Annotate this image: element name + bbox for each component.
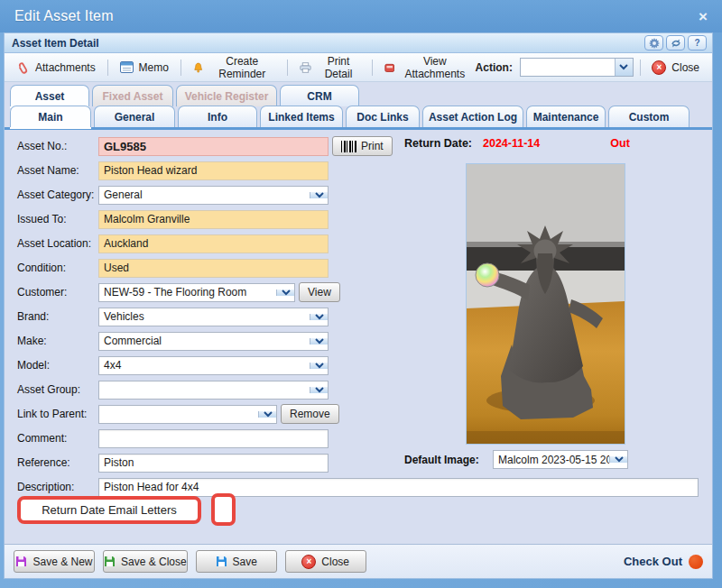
memo-icon <box>120 61 134 73</box>
brand-select[interactable]: Vehicles <box>98 308 329 326</box>
link-to-parent-select[interactable] <box>98 405 277 424</box>
condition-input[interactable]: Used <box>98 259 329 278</box>
toolbar-separator <box>107 60 108 76</box>
comment-input[interactable] <box>98 429 329 448</box>
edit-asset-item-dialog: Edit Asset Item × Asset Item Detail ? At… <box>0 0 722 588</box>
panel-title: Asset Item Detail <box>12 37 99 50</box>
tab-info[interactable]: Info <box>178 106 257 127</box>
red-highlight-box[interactable] <box>211 493 236 526</box>
return-date-row: Return Date: 2024-11-14 Out <box>404 137 630 150</box>
close-icon: × <box>652 60 666 75</box>
main-tab-bar: Asset Fixed Asset Vehicle Register CRM <box>5 82 712 106</box>
chevron-down-icon[interactable] <box>310 387 328 393</box>
save-new-icon <box>15 556 27 567</box>
help-button[interactable]: ? <box>688 35 707 51</box>
model-select[interactable]: 4x4 <box>98 356 329 375</box>
chevron-down-icon[interactable] <box>609 456 627 463</box>
chevron-down-icon[interactable] <box>310 314 328 320</box>
settings-button[interactable] <box>644 35 663 51</box>
save-button[interactable]: Save <box>196 550 277 573</box>
return-date-label: Return Date: <box>404 137 472 150</box>
description-input[interactable]: Piston Head for 4x4 <box>98 478 699 497</box>
view-customer-button[interactable]: View <box>299 282 340 302</box>
memo-button[interactable]: Memo <box>115 58 174 78</box>
save-close-icon <box>104 556 116 567</box>
view-attachments-button[interactable]: View Attachments <box>379 51 476 84</box>
tab-fixed-asset: Fixed Asset <box>92 85 173 106</box>
wizard-figurine-photo <box>466 163 625 445</box>
field-row-description: Description: Piston Head for 4x4 <box>5 477 712 497</box>
gear-icon <box>649 38 660 49</box>
chevron-down-icon[interactable] <box>310 363 328 369</box>
asset-group-select[interactable] <box>98 381 329 400</box>
return-date-value: 2024-11-14 <box>483 137 540 150</box>
chevron-down-icon[interactable] <box>310 338 328 345</box>
asset-location-input[interactable]: Auckland <box>98 234 329 253</box>
asset-group-label: Asset Group: <box>5 383 98 396</box>
make-select[interactable]: Commercial <box>98 332 329 351</box>
reference-label: Reference: <box>5 456 98 469</box>
checked-out-status-badge: Out <box>610 137 630 150</box>
panel-header-buttons: ? <box>644 35 707 51</box>
reference-input[interactable]: Piston <box>98 454 329 473</box>
asset-name-input[interactable]: Piston Head wizard <box>98 161 329 180</box>
toolbar-separator <box>180 60 181 76</box>
check-out-control[interactable]: Check Out <box>624 555 703 569</box>
tab-maintenance[interactable]: Maintenance <box>526 106 606 127</box>
description-label: Description: <box>5 481 98 493</box>
dialog-content: Asset Item Detail ? Attachments Memo Cre… <box>4 32 713 579</box>
tab-asset[interactable]: Asset <box>10 85 89 106</box>
customer-label: Customer: <box>5 286 98 299</box>
close-footer-button[interactable]: × Close <box>285 550 366 573</box>
refresh-icon <box>671 38 681 49</box>
close-button[interactable]: × Close <box>646 57 705 78</box>
issued-to-input[interactable]: Malcolm Granville <box>98 210 329 229</box>
condition-label: Condition: <box>5 262 98 274</box>
save-and-close-button[interactable]: Save & Close <box>103 550 188 573</box>
check-out-status-icon <box>689 555 703 569</box>
chevron-down-icon[interactable] <box>310 192 328 198</box>
tab-linked-items[interactable]: Linked Items <box>260 106 343 127</box>
link-to-parent-label: Link to Parent: <box>5 408 98 420</box>
default-image-select[interactable]: Malcolm 2023-05-15 20:56:25 <box>493 450 628 469</box>
print-barcode-button[interactable]: Print <box>332 136 393 156</box>
tab-doc-links[interactable]: Doc Links <box>346 106 420 127</box>
create-reminder-button[interactable]: Create Reminder <box>188 51 282 84</box>
save-and-new-button[interactable]: Save & New <box>14 550 95 573</box>
help-icon: ? <box>694 38 699 48</box>
tab-asset-action-log[interactable]: Asset Action Log <box>422 106 523 127</box>
action-select-value <box>521 59 615 76</box>
chevron-down-icon[interactable] <box>615 59 633 76</box>
chevron-down-icon[interactable] <box>258 411 276 418</box>
default-image-label: Default Image: <box>404 454 493 466</box>
paperclip-icon <box>14 58 32 77</box>
customer-select[interactable]: NEW-59 - The Flooring Room <box>98 283 295 302</box>
toolbar-separator <box>287 60 288 76</box>
footer-bar: Save & New Save & Close Save × Close Che… <box>5 544 712 578</box>
make-label: Make: <box>5 335 98 347</box>
remove-parent-button[interactable]: Remove <box>281 404 339 424</box>
attachments-button[interactable]: Attachments <box>12 57 101 78</box>
check-out-label: Check Out <box>624 555 682 568</box>
tab-custom[interactable]: Custom <box>608 106 690 127</box>
issued-to-label: Issued To: <box>5 213 98 225</box>
tab-general[interactable]: General <box>94 106 175 127</box>
toolbar-separator <box>372 60 373 76</box>
print-detail-button[interactable]: Print Detail <box>294 51 366 84</box>
asset-category-select[interactable]: General <box>98 186 329 205</box>
refresh-button[interactable] <box>666 35 685 51</box>
asset-name-label: Asset Name: <box>5 164 98 177</box>
asset-no-input[interactable]: GL9585 <box>98 137 329 156</box>
return-date-email-letters-button[interactable]: Return Date Email Letters <box>17 496 201 524</box>
asset-form: Asset No.: GL9585 Print Asset Name: Pist… <box>5 130 712 544</box>
asset-location-label: Asset Location: <box>5 237 98 250</box>
chevron-down-icon[interactable] <box>276 289 294 296</box>
tab-crm[interactable]: CRM <box>280 85 359 106</box>
default-image-row: Default Image: Malcolm 2023-05-15 20:56:… <box>404 450 628 469</box>
tab-main[interactable]: Main <box>10 106 91 127</box>
model-label: Model: <box>5 359 98 372</box>
action-select[interactable] <box>520 58 634 77</box>
toolbar-separator <box>640 60 641 76</box>
dialog-close-icon[interactable]: × <box>699 9 708 24</box>
barcode-icon <box>341 141 356 152</box>
